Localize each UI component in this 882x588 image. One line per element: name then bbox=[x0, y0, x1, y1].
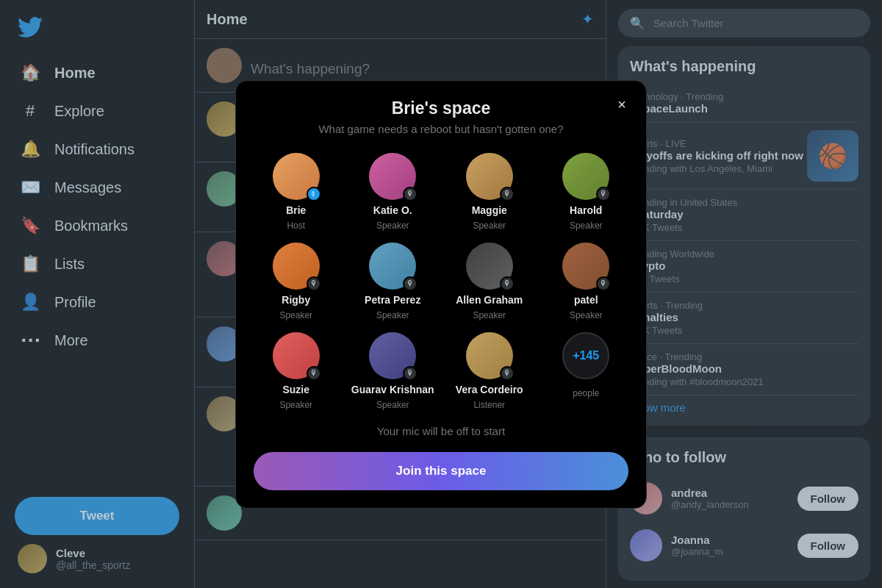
participant-name: Guarav Krishnan bbox=[351, 384, 434, 395]
mic-notice: Your mic will be off to start bbox=[254, 425, 628, 437]
participant-brie: 🎙 Brie Host bbox=[254, 153, 339, 231]
participant-name: Suzie bbox=[282, 384, 309, 395]
participant-rigby: 🎙 Rigby Speaker bbox=[254, 243, 339, 320]
space-modal: × Brie's space What game needs a reboot … bbox=[235, 80, 647, 509]
participant-avatar-plus: +145 bbox=[562, 332, 609, 379]
participant-guarav: 🎙 Guarav Krishnan Speaker bbox=[351, 332, 436, 410]
participant-role: people bbox=[573, 388, 599, 398]
mic-icon: 🎙 bbox=[500, 276, 514, 291]
participant-patel: 🎙 patel Speaker bbox=[544, 243, 629, 320]
participant-role: Speaker bbox=[473, 220, 506, 231]
plus-count: +145 bbox=[573, 349, 599, 362]
participant-name: Brie bbox=[286, 204, 306, 216]
host-badge: 🎙 bbox=[306, 187, 321, 201]
modal-overlay[interactable]: × Brie's space What game needs a reboot … bbox=[0, 0, 882, 588]
participant-name: Vera Cordeiro bbox=[456, 384, 523, 395]
participant-plus: +145 people bbox=[544, 332, 629, 410]
participant-name: Katie O. bbox=[373, 204, 412, 216]
mic-icon: 🎙 bbox=[500, 187, 514, 201]
mic-icon: 🎙 bbox=[306, 276, 321, 291]
participant-name: Maggie bbox=[472, 204, 507, 216]
modal-title: Brie's space bbox=[254, 98, 628, 118]
mic-icon: 🎙 bbox=[403, 366, 417, 381]
participant-role: Speaker bbox=[376, 220, 409, 231]
participant-role: Speaker bbox=[376, 400, 409, 410]
participant-maggie: 🎙 Maggie Speaker bbox=[447, 153, 532, 231]
participant-role: Speaker bbox=[279, 400, 312, 410]
mic-icon: 🎙 bbox=[500, 366, 514, 381]
mic-icon: 🎙 bbox=[403, 276, 417, 291]
participant-name: Rigby bbox=[282, 294, 310, 306]
mic-icon: 🎙 bbox=[596, 187, 611, 201]
participant-harold: 🎙 Harold Speaker bbox=[544, 153, 629, 231]
participant-role: Speaker bbox=[279, 310, 312, 320]
participant-allen: 🎙 Allen Graham Speaker bbox=[447, 243, 532, 320]
participant-petra: 🎙 Petra Perez Speaker bbox=[351, 243, 436, 320]
participant-name: Harold bbox=[570, 204, 602, 216]
participant-role: Listener bbox=[473, 400, 505, 410]
modal-subtitle: What game needs a reboot but hasn't gott… bbox=[254, 123, 628, 135]
participant-role: Speaker bbox=[473, 310, 506, 320]
mic-icon: 🎙 bbox=[403, 187, 417, 201]
participant-name: Allen Graham bbox=[456, 294, 523, 306]
participant-katie: 🎙 Katie O. Speaker bbox=[351, 153, 436, 231]
participant-role: Speaker bbox=[570, 220, 603, 231]
close-button[interactable]: × bbox=[609, 93, 634, 118]
join-space-button[interactable]: Join this space bbox=[254, 452, 628, 490]
participant-name: Petra Perez bbox=[365, 294, 420, 306]
participant-role: Speaker bbox=[376, 310, 409, 320]
participant-role: Speaker bbox=[570, 310, 603, 320]
participant-suzie: 🎙 Suzie Speaker bbox=[254, 332, 339, 410]
mic-icon: 🎙 bbox=[306, 366, 321, 381]
participant-role: Host bbox=[287, 220, 305, 231]
mic-icon: 🎙 bbox=[596, 276, 611, 291]
participants-grid: 🎙 Brie Host 🎙 Katie O. Speaker 🎙 Maggie bbox=[254, 153, 628, 410]
participant-vera: 🎙 Vera Cordeiro Listener bbox=[447, 332, 532, 410]
participant-name: patel bbox=[574, 294, 598, 306]
